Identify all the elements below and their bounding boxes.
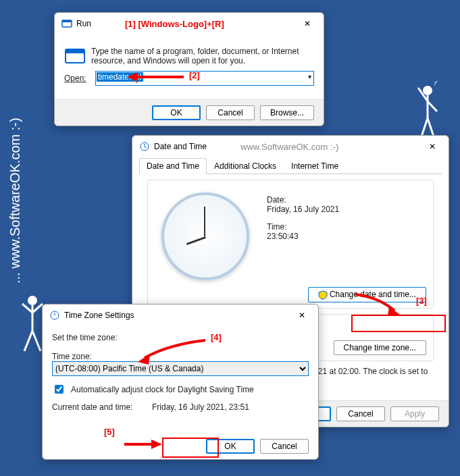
timezone-select[interactable]: (UTC-08:00) Pacific Time (US & Canada) <box>52 361 309 376</box>
watermark-left: ... www.SoftwareOK.com :-) <box>7 117 23 284</box>
set-timezone-label: Set the time zone: <box>52 333 309 342</box>
cancel-button[interactable]: Cancel <box>206 105 255 120</box>
open-label: Open: <box>64 74 90 83</box>
run-description: Type the name of a program, folder, docu… <box>91 47 314 65</box>
stickman-thinking-icon: ? <box>414 81 441 142</box>
datetime-title: Date and Time <box>154 142 207 151</box>
annotation-step-3: [3] <box>416 296 427 306</box>
svg-text:?: ? <box>433 81 438 87</box>
chevron-down-icon[interactable]: ▾ <box>308 73 311 80</box>
annotation-step-2: [2] <box>189 70 200 80</box>
svg-line-9 <box>428 101 437 111</box>
svg-line-4 <box>24 331 32 351</box>
watermark-titlebar: www.SoftwareOK.com :-) <box>240 142 338 152</box>
current-datetime-label: Current date and time: <box>52 402 147 412</box>
apply-button[interactable]: Apply <box>390 406 439 421</box>
svg-point-0 <box>28 296 37 305</box>
close-button[interactable]: ✕ <box>292 309 311 322</box>
run-dialog: Run [1] [Windows-Logo]+[R] ✕ Type the na… <box>54 12 324 126</box>
svg-line-2 <box>22 304 32 313</box>
clock-icon <box>139 141 150 152</box>
run-title: Run <box>76 19 91 28</box>
change-time-zone-button[interactable]: Change time zone... <box>334 340 426 355</box>
tab-internet-time[interactable]: Internet Time <box>284 158 346 174</box>
timezone-label: Time zone: <box>52 352 309 361</box>
ok-button[interactable]: OK <box>152 105 201 120</box>
auto-dst-label: Automatically adjust clock for Daylight … <box>71 385 254 394</box>
annotation-step-1: [1] [Windows-Logo]+[R] <box>125 19 224 29</box>
svg-rect-14 <box>62 20 72 22</box>
close-button[interactable]: ✕ <box>298 17 317 30</box>
cancel-button[interactable]: Cancel <box>336 406 385 421</box>
svg-rect-16 <box>66 49 84 53</box>
svg-point-6 <box>423 86 432 95</box>
run-icon <box>64 45 86 67</box>
svg-line-5 <box>32 331 41 351</box>
annotation-step-5: [5] <box>104 427 115 437</box>
shield-icon <box>318 290 328 300</box>
ok-button[interactable]: OK <box>206 439 255 454</box>
current-datetime-value: Friday, 16 July 2021, 23:51 <box>152 402 249 412</box>
clock-icon <box>49 310 60 321</box>
timezone-settings-title: Time Zone Settings <box>64 311 134 320</box>
analog-clock <box>161 192 249 280</box>
date-value: Friday, 16 July 2021 <box>267 205 426 214</box>
open-input-selected-text: timedate.cpl <box>97 72 143 82</box>
browse-button[interactable]: Browse... <box>260 105 314 120</box>
date-label: Date: <box>267 195 426 205</box>
tab-date-and-time[interactable]: Date and Time <box>139 158 207 174</box>
run-icon <box>61 18 72 29</box>
timezone-settings-dialog: Time Zone Settings ✕ Set the time zone: … <box>42 304 319 460</box>
time-value: 23:50:43 <box>267 232 426 241</box>
svg-line-3 <box>32 304 43 313</box>
auto-dst-checkbox[interactable] <box>55 385 63 394</box>
close-button[interactable]: ✕ <box>423 140 442 153</box>
svg-line-19 <box>145 147 147 148</box>
annotation-step-4: [4] <box>211 332 222 342</box>
change-date-time-button[interactable]: Change date and time... <box>308 287 426 302</box>
time-label: Time: <box>267 222 426 232</box>
cancel-button[interactable]: Cancel <box>260 439 309 454</box>
tab-additional-clocks[interactable]: Additional Clocks <box>207 158 284 174</box>
